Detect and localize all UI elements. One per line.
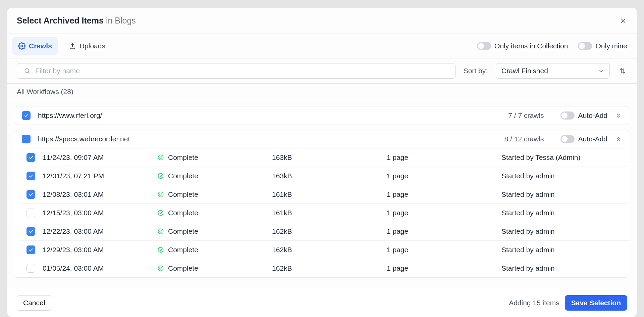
crawl-pages: 1 page [387,153,494,162]
svg-point-7 [158,247,163,253]
all-workflows-heading: All Workflows (28) [7,84,637,100]
crawl-starter: Started by admin [501,209,622,217]
tab-crawls-label: Crawls [29,42,52,50]
sort-by-label: Sort by: [464,67,488,75]
crawl-starter: Started by admin [501,227,622,235]
switch-icon [477,42,491,50]
crawl-row[interactable]: 12/29/23, 03:00 AMComplete162kB1 pageSta… [20,240,629,259]
tabs-row: Crawls Uploads Only items in Collection … [7,34,637,58]
crawl-checkbox[interactable] [26,209,35,217]
crawl-pages: 1 page [387,246,494,254]
crawl-date: 01/05/24, 03:00 AM [43,264,150,272]
title-context: in Blogs [106,16,136,25]
crawl-row[interactable]: 01/05/24, 03:00 AMComplete162kB1 pageSta… [20,259,629,277]
dialog-header: Select Archived Items in Blogs [7,8,637,34]
check-circle-icon [157,265,164,272]
svg-point-2 [158,155,163,160]
svg-point-8 [158,266,163,271]
filter-input-field[interactable] [35,67,448,75]
crawl-status: Complete [157,190,265,198]
crawl-starter: Started by admin [501,172,622,180]
crawl-row[interactable]: 12/15/23, 03:00 AMComplete161kB1 pageSta… [20,203,629,222]
filter-by-name-input[interactable] [17,63,455,79]
crawl-status: Complete [157,209,265,217]
group-crawl-count: 8 / 12 crawls [504,135,544,143]
crawl-row[interactable]: 12/08/23, 03:01 AMComplete161kB1 pageSta… [20,185,629,203]
gear-icon [18,42,25,50]
crawl-starter: Started by Tessa (Admin) [501,153,622,162]
crawl-checkbox[interactable] [26,153,35,162]
switch-icon [560,135,575,143]
workflow-group-header[interactable]: https://specs.webrecorder.net8 / 12 craw… [15,130,629,148]
crawl-row[interactable]: 12/22/23, 03:00 AMComplete162kB1 pageSta… [20,222,629,240]
svg-point-4 [158,192,163,197]
workflow-group-header[interactable]: https://www.rferl.org/7 / 7 crawlsAuto-A… [15,106,629,125]
close-button[interactable] [619,17,627,25]
crawl-starter: Started by admin [501,246,622,254]
crawl-pages: 1 page [387,264,494,272]
check-circle-icon [157,191,164,198]
only-collection-label: Only items in Collection [494,42,568,50]
group-checkbox[interactable] [22,135,31,143]
crawl-row[interactable]: 12/01/23, 07:21 PMComplete163kB1 pageSta… [20,167,629,185]
cancel-button[interactable]: Cancel [17,295,51,311]
crawl-status: Complete [157,246,265,254]
svg-point-5 [158,211,163,216]
crawl-date: 12/08/23, 03:01 AM [43,190,150,198]
sort-arrows-icon [619,67,626,75]
workflows-list[interactable]: https://www.rferl.org/7 / 7 crawlsAuto-A… [7,100,637,289]
svg-point-3 [158,174,163,179]
auto-add-toggle[interactable]: Auto-Add [560,111,607,120]
auto-add-toggle[interactable]: Auto-Add [560,135,607,143]
sort-by-select[interactable]: Crawl Finished [496,63,610,79]
crawl-date: 12/15/23, 03:00 AM [43,209,150,217]
crawl-size: 161kB [272,190,379,198]
auto-add-label: Auto-Add [578,111,607,120]
dialog-footer: Cancel Adding 15 items Save Selection [7,289,637,317]
adding-items-status: Adding 15 items [509,299,559,307]
crawl-size: 161kB [272,209,379,217]
svg-point-0 [21,45,23,47]
close-icon [620,17,627,24]
crawl-size: 162kB [272,227,379,235]
upload-icon [69,42,76,50]
svg-point-1 [25,69,29,73]
crawl-starter: Started by admin [501,264,622,272]
only-mine-label: Only mine [595,42,627,50]
crawl-checkbox[interactable] [26,190,35,199]
crawl-row[interactable]: 11/24/23, 09:07 AMComplete163kB1 pageSta… [20,148,629,167]
expand-toggle[interactable] [615,112,622,119]
crawl-size: 163kB [272,172,379,180]
crawl-date: 12/22/23, 03:00 AM [43,227,150,235]
tab-uploads[interactable]: Uploads [63,37,111,55]
check-circle-icon [157,173,164,179]
tab-uploads-label: Uploads [79,42,105,50]
workflow-group: https://specs.webrecorder.net8 / 12 craw… [15,130,629,278]
crawl-checkbox[interactable] [26,264,35,273]
check-circle-icon [157,210,164,216]
crawl-size: 162kB [272,246,379,254]
switch-icon [560,111,575,120]
crawl-status: Complete [157,227,265,235]
crawl-checkbox[interactable] [26,172,35,180]
crawl-checkbox[interactable] [26,227,35,236]
svg-point-6 [158,229,163,234]
crawl-size: 162kB [272,264,379,272]
auto-add-label: Auto-Add [578,135,607,143]
sort-direction-button[interactable] [618,66,627,76]
chevron-down-icon [598,68,604,74]
select-archived-items-dialog: Select Archived Items in Blogs Crawls Up… [7,7,637,317]
expand-toggle[interactable] [615,136,622,142]
only-mine-toggle[interactable]: Only mine [578,42,627,50]
crawl-checkbox[interactable] [26,245,35,254]
only-collection-toggle[interactable]: Only items in Collection [477,42,568,50]
save-selection-button[interactable]: Save Selection [565,295,627,311]
crawl-pages: 1 page [387,190,494,198]
title-main: Select Archived Items [17,16,104,25]
group-checkbox[interactable] [22,111,31,120]
check-circle-icon [157,228,164,235]
filter-row: Sort by: Crawl Finished [7,58,637,84]
crawl-size: 163kB [272,153,379,162]
tab-crawls[interactable]: Crawls [12,37,58,55]
search-icon [24,67,31,74]
